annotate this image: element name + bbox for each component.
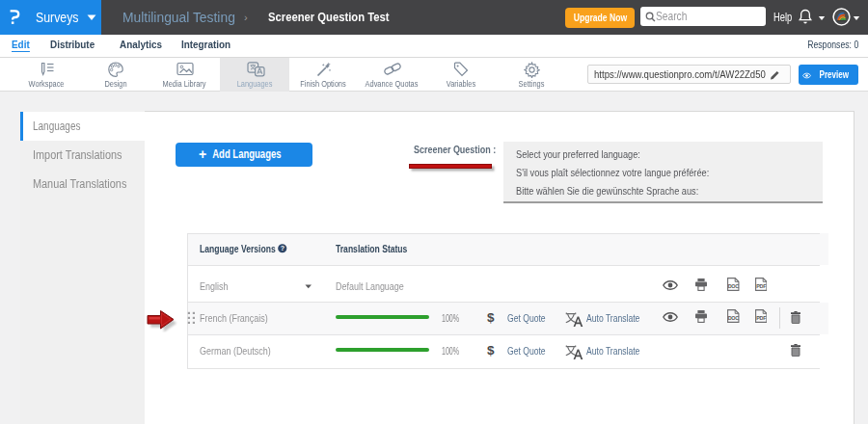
- svg-text:PDF: PDF: [756, 282, 767, 288]
- svg-text:DOC: DOC: [728, 282, 739, 288]
- svg-text:?: ?: [281, 245, 285, 252]
- svg-text:DOC: DOC: [728, 314, 739, 320]
- svg-text:PDF: PDF: [756, 314, 767, 320]
